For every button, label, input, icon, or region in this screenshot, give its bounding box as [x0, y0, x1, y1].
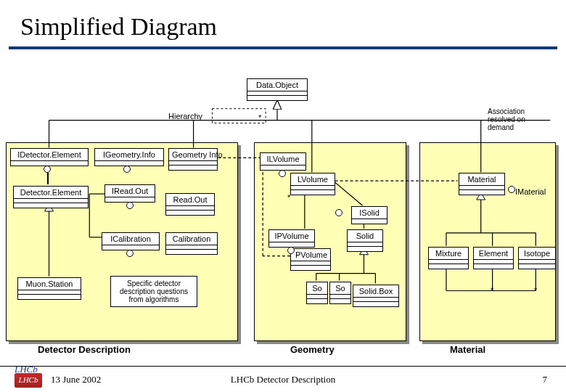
class-lvolume: LVolume	[290, 173, 335, 195]
class-imaterial: IMaterial	[515, 187, 546, 196]
class-geometryinfo: Geometry Info	[168, 148, 218, 171]
class-muonstation: Muon.Station	[17, 277, 81, 300]
class-ipvolume: IPVolume	[268, 229, 315, 248]
title-underline	[9, 46, 557, 49]
class-ilvolume: ILVolume	[260, 152, 306, 171]
lollipop-ipvolume	[287, 247, 295, 254]
lollipop-icalibration	[126, 250, 134, 257]
class-mixture: Mixture	[428, 247, 469, 269]
class-detectorelement: Detector.Element	[13, 186, 89, 208]
label-hierarchy: Hierarchy	[168, 112, 202, 121]
class-material: Material	[459, 173, 505, 195]
class-pvolume: PVolume	[290, 248, 331, 271]
label-star-isotope: *	[534, 286, 537, 295]
class-so1: So	[306, 282, 328, 304]
lollipop-igeometryinfo	[123, 166, 131, 173]
label-star-hierarchy: *	[258, 113, 261, 122]
package-label-material: Material	[450, 344, 485, 355]
diagram-canvas: Detector Description Geometry Material D…	[0, 60, 566, 363]
logo-lhcb: LHCb	[15, 373, 42, 388]
class-solid: Solid	[347, 229, 383, 252]
class-readout: Read.Out	[165, 193, 215, 216]
note-specific: Specific detector description questions …	[110, 276, 197, 307]
class-isolid: ISolid	[351, 206, 387, 224]
slide-title: Simplified Diagram	[0, 0, 566, 46]
lollipop-ireadout	[126, 202, 134, 209]
class-isotope: Isotope	[518, 247, 556, 269]
label-star-lvolume: *	[287, 193, 290, 202]
class-so2: So	[329, 282, 351, 304]
class-solidbox: Solid.Box	[353, 285, 399, 307]
package-label-detdesc: Detector Description	[38, 344, 131, 355]
package-label-geometry: Geometry	[290, 344, 335, 355]
footer-center: LHCb Detector Description	[231, 374, 335, 385]
class-ireadout: IRead.Out	[104, 184, 155, 203]
class-dataobject: Data.Object	[247, 78, 308, 101]
label-assoc-note: Association resolved on demand	[488, 107, 553, 131]
class-calibration: Calibration	[165, 232, 218, 255]
class-idetectorelement: IDetector.Element	[10, 148, 89, 166]
label-star-element: *	[491, 286, 493, 295]
class-igeometryinfo: IGeometry.Info	[94, 148, 164, 166]
class-icalibration: ICalibration	[102, 232, 160, 250]
footer-date: 13 June 2002	[51, 374, 101, 385]
lollipop-ilvolume	[279, 170, 286, 177]
lollipop-imaterial	[508, 186, 515, 193]
lollipop-idetectorelement	[44, 166, 51, 173]
lollipop-isolid	[335, 209, 343, 216]
footer: LHCb 13 June 2002 LHCb Detector Descript…	[0, 366, 566, 392]
class-element: Element	[473, 247, 514, 269]
footer-page: 7	[543, 374, 548, 385]
